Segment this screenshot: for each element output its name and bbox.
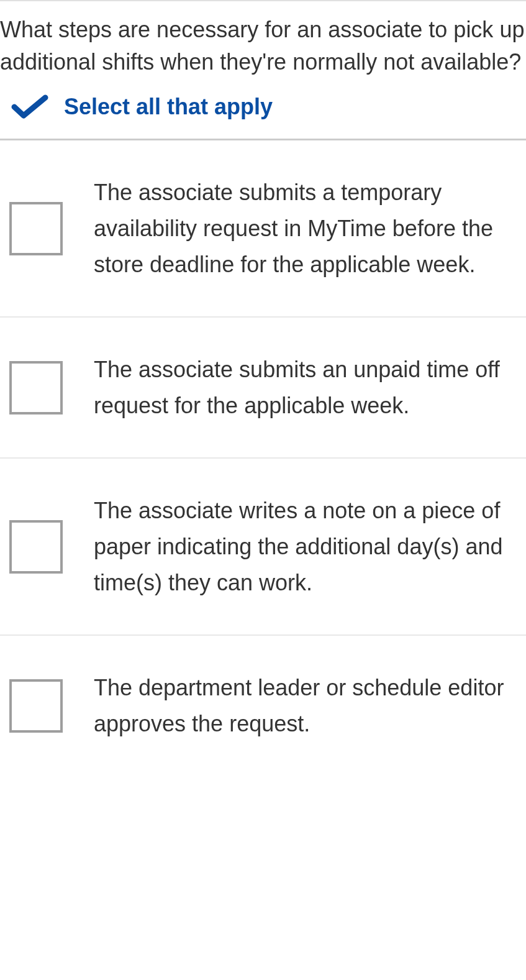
question-text: What steps are necessary for an associat… [0, 14, 526, 78]
option-label: The department leader or schedule editor… [94, 670, 507, 741]
instruction-row: Select all that apply [0, 94, 526, 120]
checkbox[interactable] [9, 679, 63, 733]
option-label: The associate submits a temporary availa… [94, 175, 507, 282]
option-row[interactable]: The associate submits an unpaid time off… [0, 318, 526, 459]
option-row[interactable]: The department leader or schedule editor… [0, 636, 526, 754]
option-label: The associate writes a note on a piece o… [94, 493, 507, 600]
checkmark-icon [11, 94, 48, 119]
option-label: The associate submits an unpaid time off… [94, 352, 507, 423]
checkbox[interactable] [9, 361, 63, 414]
option-row[interactable]: The associate writes a note on a piece o… [0, 459, 526, 636]
instruction-text: Select all that apply [64, 94, 273, 120]
option-row[interactable]: The associate submits a temporary availa… [0, 140, 526, 318]
question-block: What steps are necessary for an associat… [0, 14, 526, 139]
top-divider [0, 0, 526, 1]
checkbox[interactable] [9, 520, 63, 574]
checkbox[interactable] [9, 202, 63, 255]
